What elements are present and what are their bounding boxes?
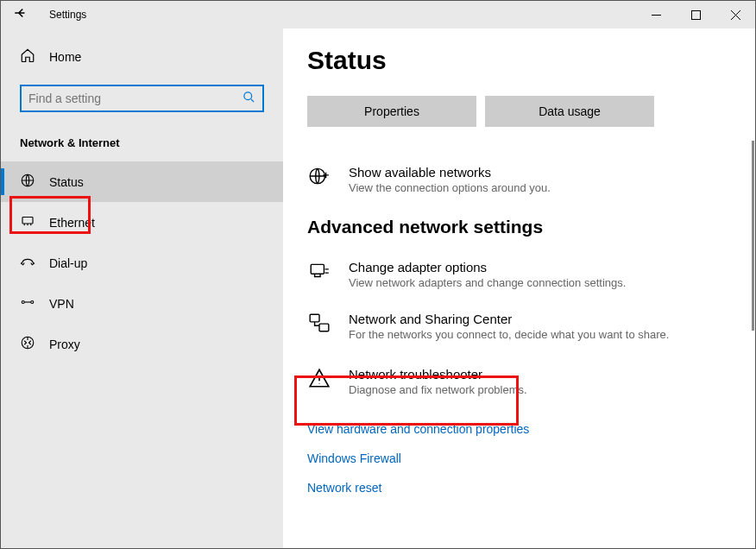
link-windows-firewall[interactable]: Windows Firewall xyxy=(307,451,731,465)
home-icon xyxy=(20,47,35,66)
home-button[interactable]: Home xyxy=(1,39,283,74)
sidebar-item-label: VPN xyxy=(49,297,74,311)
globe-icon xyxy=(307,165,331,187)
globe-icon xyxy=(20,173,35,191)
sharing-icon xyxy=(307,312,331,334)
svg-rect-9 xyxy=(310,314,319,322)
properties-button[interactable]: Properties xyxy=(307,96,476,127)
adapter-options[interactable]: Change adapter options View network adap… xyxy=(307,260,731,289)
scrollbar[interactable] xyxy=(752,141,754,331)
ethernet-icon xyxy=(20,213,35,231)
svg-rect-10 xyxy=(319,324,329,331)
option-subtitle: View network adapters and change connect… xyxy=(349,276,626,289)
sidebar-item-label: Ethernet xyxy=(49,216,95,230)
section-header: Network & Internet xyxy=(1,117,283,161)
option-title: Network troubleshooter xyxy=(349,367,527,382)
main-content: Status Properties Data usage Show availa… xyxy=(283,28,755,548)
sidebar-item-dialup[interactable]: Dial-up xyxy=(1,243,283,283)
search-input[interactable] xyxy=(20,85,264,112)
link-hardware-properties[interactable]: View hardware and connection properties xyxy=(307,422,731,436)
sidebar-item-vpn[interactable]: VPN xyxy=(1,283,283,324)
sidebar-item-label: Proxy xyxy=(49,338,80,351)
sidebar-item-label: Status xyxy=(49,175,84,189)
svg-rect-8 xyxy=(311,264,324,274)
data-usage-button[interactable]: Data usage xyxy=(485,96,654,127)
svg-rect-0 xyxy=(691,10,700,19)
advanced-heading: Advanced network settings xyxy=(307,217,731,237)
sharing-center[interactable]: Network and Sharing Center For the netwo… xyxy=(307,312,731,341)
sidebar-item-ethernet[interactable]: Ethernet xyxy=(1,202,283,243)
titlebar: Settings xyxy=(1,1,755,28)
option-title: Network and Sharing Center xyxy=(349,312,669,326)
phone-icon xyxy=(20,254,35,272)
option-title: Show available networks xyxy=(349,165,551,180)
option-subtitle: View the connection options around you. xyxy=(349,181,551,194)
option-subtitle: Diagnose and fix network problems. xyxy=(349,383,527,396)
sidebar: Home Network & Internet Status Ether xyxy=(1,28,283,548)
vpn-icon xyxy=(20,294,35,312)
svg-point-4 xyxy=(22,301,24,304)
adapter-icon xyxy=(307,260,331,282)
page-title: Status xyxy=(307,46,731,75)
warning-icon xyxy=(307,367,331,389)
svg-point-1 xyxy=(244,92,252,99)
sidebar-item-label: Dial-up xyxy=(49,256,87,270)
link-network-reset[interactable]: Network reset xyxy=(307,481,731,495)
network-troubleshooter[interactable]: Network troubleshooter Diagnose and fix … xyxy=(307,363,731,400)
option-title: Change adapter options xyxy=(349,260,626,274)
search-field[interactable] xyxy=(28,92,243,105)
minimize-button[interactable] xyxy=(636,1,676,28)
svg-point-5 xyxy=(31,301,34,304)
maximize-button[interactable] xyxy=(676,1,715,28)
home-label: Home xyxy=(49,50,81,64)
sidebar-item-status[interactable]: Status xyxy=(1,161,283,202)
window-title: Settings xyxy=(49,9,86,21)
option-subtitle: For the networks you connect to, decide … xyxy=(349,328,669,341)
back-icon[interactable] xyxy=(13,5,28,24)
sidebar-item-proxy[interactable]: Proxy xyxy=(1,324,283,364)
search-icon xyxy=(243,91,255,107)
proxy-icon xyxy=(20,335,35,353)
svg-rect-3 xyxy=(22,218,33,224)
close-button[interactable] xyxy=(715,1,755,28)
show-networks-option[interactable]: Show available networks View the connect… xyxy=(307,165,731,194)
